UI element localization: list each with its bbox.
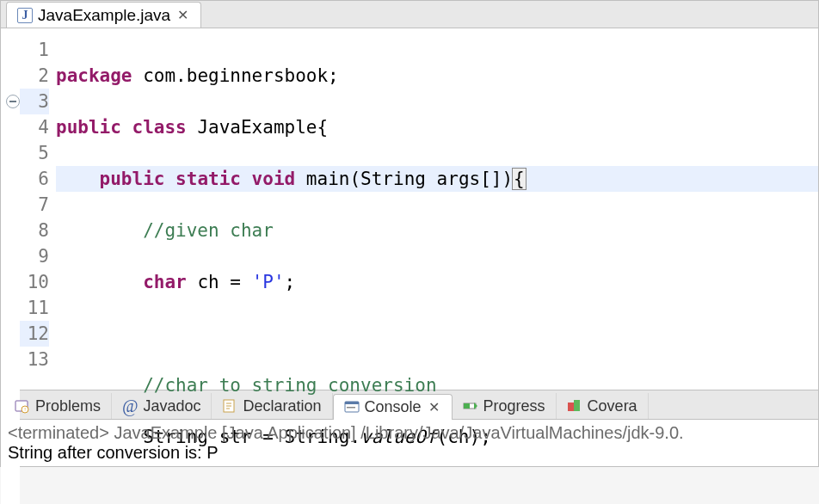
declaration-icon: [222, 398, 237, 414]
close-icon[interactable]: ✕: [427, 399, 441, 415]
java-file-icon: J: [17, 8, 33, 23]
close-icon[interactable]: ✕: [176, 7, 190, 23]
svg-rect-9: [568, 403, 574, 411]
coverage-icon: [567, 398, 582, 414]
tab-console[interactable]: Console ✕: [333, 394, 453, 420]
javadoc-icon: @: [122, 396, 138, 416]
editor-panel: J JavaExample.java ✕ 1 2 3 4 5 6: [0, 0, 819, 390]
progress-icon: [463, 398, 478, 414]
tab-declaration[interactable]: Declaration: [212, 393, 332, 419]
svg-rect-10: [574, 400, 580, 411]
svg-rect-6: [347, 407, 355, 409]
problems-icon: !: [15, 398, 30, 414]
file-tab-label: JavaExample.java: [38, 6, 170, 25]
file-tab-javaexample[interactable]: J JavaExample.java ✕: [6, 2, 201, 28]
tab-coverage[interactable]: Covera: [557, 393, 649, 419]
editor-tabbar: J JavaExample.java ✕: [1, 1, 818, 28]
svg-rect-8: [464, 403, 470, 409]
tab-progress[interactable]: Progress: [453, 393, 557, 419]
fold-toggle-icon[interactable]: [6, 95, 20, 108]
svg-rect-5: [345, 402, 359, 404]
console-icon: [344, 400, 360, 415]
tab-javadoc[interactable]: @ Javadoc: [112, 393, 212, 419]
tab-problems[interactable]: ! Problems: [4, 393, 112, 419]
